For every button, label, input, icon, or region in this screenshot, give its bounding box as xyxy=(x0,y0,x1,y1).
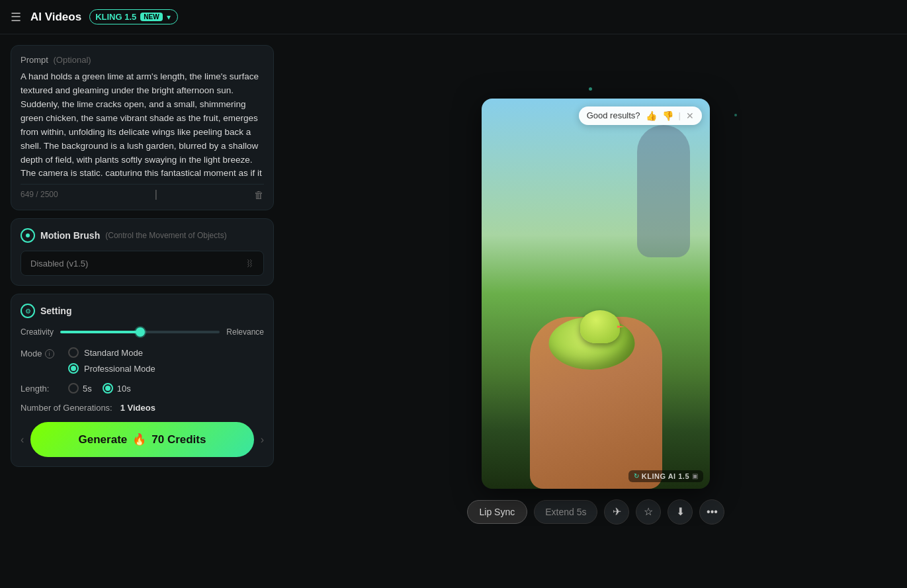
right-panel: Good results? 👍 👎 | ✕ ↻ K xyxy=(284,34,907,588)
version-badge[interactable]: KLING 1.5 NEW ▾ xyxy=(89,9,177,24)
motion-brush-title: Motion Brush xyxy=(40,230,100,241)
generate-button[interactable]: Generate 🔥 70 Credits xyxy=(30,422,253,457)
sliders-icon: ⧚ xyxy=(245,258,254,269)
mode-professional-label: Professional Mode xyxy=(84,364,155,374)
length-option-10s[interactable]: 10s xyxy=(103,383,131,394)
video-container: Good results? 👍 👎 | ✕ ↻ K xyxy=(482,99,710,489)
menu-icon[interactable]: ☰ xyxy=(11,10,21,24)
extend-button[interactable]: Extend 5s xyxy=(534,500,597,524)
watermark-badge-icon: ▣ xyxy=(692,472,698,480)
setting-title: Setting xyxy=(40,306,71,316)
radio-professional xyxy=(68,363,79,374)
prompt-footer: 649 / 2500 | 🗑 xyxy=(21,184,264,200)
length-options: 5s 10s xyxy=(68,383,131,394)
video-scene xyxy=(482,99,710,489)
length-option-5s[interactable]: 5s xyxy=(68,383,92,394)
star-icon: ☆ xyxy=(644,505,653,518)
watermark-text: KLING AI 1.5 xyxy=(642,472,689,480)
arrow-left-icon[interactable]: ‹ xyxy=(21,434,24,446)
left-panel: Prompt (Optional) A hand holds a green l… xyxy=(0,34,284,588)
header: ☰ AI Videos KLING 1.5 NEW ▾ xyxy=(0,0,907,34)
length-row: Length: 5s 10s xyxy=(21,383,264,394)
share-icon: ✈ xyxy=(613,505,621,518)
prompt-textarea[interactable]: A hand holds a green lime at arm's lengt… xyxy=(21,70,264,176)
watermark-refresh-icon: ↻ xyxy=(634,472,639,480)
relevance-label: Relevance xyxy=(226,327,264,337)
mode-options: Standard Mode Professional Mode xyxy=(68,347,155,374)
creativity-slider[interactable] xyxy=(60,331,220,333)
setting-header: Setting xyxy=(21,304,264,318)
fire-icon: 🔥 xyxy=(132,433,146,446)
length-10s-label: 10s xyxy=(117,384,131,394)
creativity-label: Creativity xyxy=(21,327,54,337)
motion-brush-icon xyxy=(21,228,35,243)
radio-standard xyxy=(68,347,79,358)
motion-brush-subtitle: (Control the Movement of Objects) xyxy=(105,231,226,240)
prompt-card: Prompt (Optional) A hand holds a green l… xyxy=(11,45,274,210)
prompt-label: Prompt (Optional) xyxy=(21,55,264,65)
gen-count-label: Number of Generations: xyxy=(21,403,112,413)
divider: | xyxy=(679,110,681,120)
radio-10s xyxy=(103,383,113,394)
arrow-right-icon[interactable]: › xyxy=(261,434,264,446)
char-count: 649 / 2500 xyxy=(21,190,58,199)
mode-row: Mode i Standard Mode Professional Mode xyxy=(21,347,264,374)
gen-row: Number of Generations: 1 Videos xyxy=(21,403,264,413)
length-label: Length: xyxy=(21,384,60,394)
setting-icon xyxy=(21,304,35,318)
share-button[interactable]: ✈ xyxy=(604,499,629,525)
more-button[interactable]: ••• xyxy=(699,499,724,525)
mode-option-standard[interactable]: Standard Mode xyxy=(68,347,155,358)
trash-icon[interactable]: 🗑 xyxy=(254,189,264,200)
motion-brush-header: Motion Brush (Control the Movement of Ob… xyxy=(21,228,264,243)
lip-sync-button[interactable]: Lip Sync xyxy=(467,500,528,524)
version-text: KLING 1.5 xyxy=(95,12,136,22)
good-results-popup: Good results? 👍 👎 | ✕ xyxy=(579,106,702,125)
page-title: AI Videos xyxy=(30,11,81,24)
thumb-up-icon[interactable]: 👍 xyxy=(646,110,657,121)
chevron-down-icon: ▾ xyxy=(167,13,171,22)
radio-professional-inner xyxy=(71,366,76,371)
mode-option-professional[interactable]: Professional Mode xyxy=(68,363,155,374)
mode-info-icon[interactable]: i xyxy=(45,349,54,358)
motion-brush-card: Motion Brush (Control the Movement of Ob… xyxy=(11,218,274,286)
generate-area: ‹ Generate 🔥 70 Credits › xyxy=(21,422,264,457)
main-content: Prompt (Optional) A hand holds a green l… xyxy=(0,34,907,588)
mode-standard-label: Standard Mode xyxy=(84,348,143,358)
motion-brush-select[interactable]: Disabled (v1.5) ⧚ xyxy=(21,251,264,276)
more-icon: ••• xyxy=(707,506,718,518)
gen-count-value: 1 Videos xyxy=(120,403,155,413)
length-5s-label: 5s xyxy=(83,384,92,394)
radio-10s-inner xyxy=(105,386,110,391)
generate-label: Generate xyxy=(79,433,128,446)
credits-label: 70 Credits xyxy=(151,433,206,446)
mode-label: Mode i xyxy=(21,347,60,358)
action-bar: Lip Sync Extend 5s ✈ ☆ ⬇ ••• xyxy=(467,499,725,525)
close-icon[interactable]: ✕ xyxy=(686,110,694,121)
radio-5s xyxy=(68,383,79,394)
download-button[interactable]: ⬇ xyxy=(668,499,693,525)
thumb-down-icon[interactable]: 👎 xyxy=(662,110,673,121)
download-icon: ⬇ xyxy=(676,505,685,518)
star-button[interactable]: ☆ xyxy=(636,499,661,525)
video-watermark: ↻ KLING AI 1.5 ▣ xyxy=(628,470,703,482)
motion-brush-disabled-text: Disabled (v1.5) xyxy=(30,259,88,269)
new-badge: NEW xyxy=(140,13,162,21)
scene-bird xyxy=(580,310,620,343)
setting-card: Setting Creativity Relevance Mode i xyxy=(11,294,274,467)
good-results-label: Good results? xyxy=(587,110,640,120)
scene-person xyxy=(637,125,690,257)
creativity-slider-row: Creativity Relevance xyxy=(21,327,264,337)
